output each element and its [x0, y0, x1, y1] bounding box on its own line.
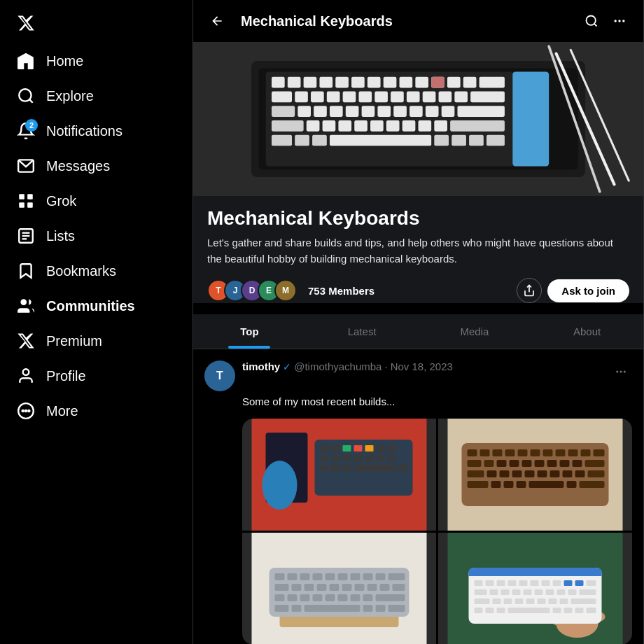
- x-logo-button[interactable]: [8, 6, 43, 41]
- svg-rect-105: [343, 455, 351, 461]
- svg-rect-240: [587, 608, 596, 613]
- sidebar-item-lists[interactable]: Lists: [8, 218, 184, 253]
- post-header: T timothy ✓ @timothyachumba · Nov 18, 20…: [204, 360, 632, 391]
- svg-rect-61: [393, 106, 407, 117]
- svg-rect-223: [580, 589, 596, 595]
- svg-rect-47: [374, 92, 388, 103]
- svg-rect-218: [524, 589, 532, 595]
- svg-rect-224: [475, 598, 490, 604]
- svg-rect-34: [384, 77, 397, 88]
- svg-rect-204: [486, 580, 494, 586]
- sidebar-item-home[interactable]: Home: [8, 43, 184, 78]
- sidebar-item-grok[interactable]: Grok: [8, 183, 184, 218]
- svg-point-14: [22, 410, 24, 412]
- community-actions: Ask to join: [517, 278, 629, 303]
- sidebar-item-notifications[interactable]: 2 Notifications: [8, 113, 184, 148]
- svg-rect-180: [275, 594, 285, 601]
- svg-rect-175: [342, 584, 352, 591]
- sidebar-item-profile[interactable]: Profile: [8, 358, 184, 393]
- svg-point-12: [23, 369, 29, 375]
- post-more-button[interactable]: [610, 360, 632, 383]
- sidebar-item-explore[interactable]: Explore: [8, 78, 184, 113]
- svg-rect-76: [450, 120, 505, 132]
- svg-rect-83: [469, 135, 484, 146]
- svg-rect-56: [314, 106, 327, 117]
- sidebar-item-bookmarks[interactable]: Bookmarks: [8, 253, 184, 288]
- svg-rect-187: [363, 594, 373, 601]
- sidebar-item-more[interactable]: More: [8, 393, 184, 428]
- member-avatars: T J D E M: [207, 279, 297, 302]
- sidebar-item-premium[interactable]: Premium: [8, 323, 184, 358]
- member-info: T J D E M 753 Members: [207, 279, 374, 302]
- post-author-name: timothy: [242, 360, 280, 372]
- svg-point-19: [615, 20, 617, 22]
- post-text: Some of my most recent builds...: [242, 394, 632, 410]
- svg-rect-131: [497, 460, 507, 467]
- svg-rect-44: [327, 92, 340, 103]
- svg-rect-133: [522, 460, 532, 467]
- sidebar-item-grok-label: Grok: [46, 193, 76, 209]
- svg-point-115: [262, 461, 298, 510]
- svg-rect-39: [463, 77, 477, 88]
- svg-point-15: [25, 410, 27, 412]
- svg-rect-38: [447, 77, 461, 88]
- post-item[interactable]: T timothy ✓ @timothyachumba · Nov 18, 20…: [193, 349, 643, 644]
- svg-rect-64: [442, 106, 455, 117]
- svg-rect-225: [493, 598, 501, 604]
- svg-rect-146: [563, 470, 573, 477]
- svg-rect-238: [564, 608, 573, 613]
- svg-rect-135: [547, 460, 557, 467]
- svg-rect-142: [512, 470, 522, 477]
- sidebar-item-communities[interactable]: Communities: [8, 288, 184, 323]
- share-button[interactable]: [517, 278, 542, 303]
- tab-latest[interactable]: Latest: [306, 314, 419, 349]
- tab-top[interactable]: Top: [193, 314, 306, 349]
- user-icon: [17, 367, 35, 385]
- svg-rect-148: [588, 470, 605, 477]
- svg-rect-230: [549, 598, 557, 604]
- svg-rect-63: [426, 106, 439, 117]
- svg-rect-88: [431, 77, 444, 88]
- svg-rect-114: [399, 465, 407, 471]
- sidebar-item-messages[interactable]: Messages: [8, 148, 184, 183]
- community-hero-image: [193, 42, 643, 196]
- svg-rect-215: [490, 589, 498, 595]
- svg-rect-125: [556, 449, 566, 456]
- svg-rect-222: [568, 589, 577, 595]
- svg-rect-147: [575, 470, 585, 477]
- tab-media[interactable]: Media: [419, 314, 531, 349]
- svg-rect-5: [19, 202, 24, 208]
- search-icon: [17, 87, 35, 105]
- svg-rect-124: [543, 449, 553, 456]
- post-images-grid: [242, 419, 632, 645]
- back-button[interactable]: [204, 8, 230, 34]
- sidebar: Home Explore 2 Notifications Messages Gr…: [0, 0, 192, 644]
- svg-rect-40: [479, 77, 505, 88]
- svg-rect-171: [292, 584, 302, 591]
- svg-rect-141: [500, 470, 510, 477]
- svg-rect-153: [529, 481, 564, 488]
- svg-rect-178: [380, 584, 390, 591]
- svg-rect-207: [519, 580, 528, 586]
- svg-rect-186: [351, 594, 360, 601]
- svg-rect-151: [504, 481, 514, 488]
- svg-rect-57: [330, 106, 343, 117]
- more-options-button[interactable]: [607, 8, 632, 34]
- svg-rect-60: [377, 106, 391, 117]
- svg-rect-149: [468, 481, 489, 488]
- svg-rect-128: [594, 449, 605, 456]
- svg-rect-48: [391, 92, 404, 103]
- svg-rect-235: [497, 608, 505, 613]
- header-left: Mechanical Keyboards: [204, 8, 393, 34]
- join-community-button[interactable]: Ask to join: [547, 279, 629, 302]
- svg-rect-118: [468, 449, 477, 456]
- post-author-line: timothy ✓ @timothyachumba · Nov 18, 2023: [242, 360, 603, 372]
- svg-rect-216: [501, 589, 510, 595]
- tab-about[interactable]: About: [531, 314, 643, 349]
- search-button[interactable]: [579, 8, 604, 34]
- svg-rect-59: [362, 106, 375, 117]
- svg-point-20: [618, 20, 620, 22]
- post-date: ·: [384, 360, 387, 372]
- svg-rect-132: [510, 460, 519, 467]
- post-image-2: [438, 419, 632, 531]
